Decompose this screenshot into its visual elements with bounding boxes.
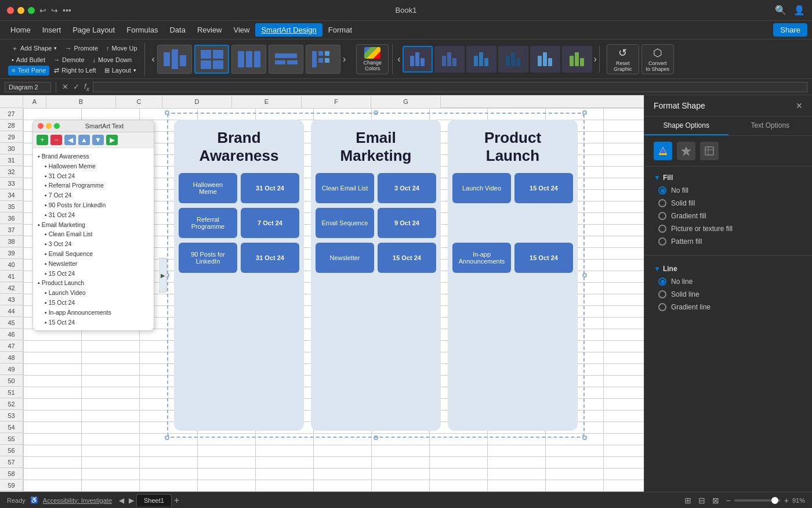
fill-option-gradient[interactable]: Gradient fill xyxy=(654,210,803,222)
zoom-level-text[interactable]: 91% xyxy=(792,497,805,504)
style-thumb-3[interactable] xyxy=(466,46,496,73)
search-icon[interactable]: 🔍 xyxy=(775,5,786,16)
menu-smartart-design[interactable]: SmartArt Design xyxy=(255,23,322,37)
row-39[interactable]: 39 xyxy=(0,247,23,259)
cell-31-oct-24-1[interactable]: 31 Oct 24 xyxy=(241,173,299,203)
row-32[interactable]: 32 xyxy=(0,166,23,178)
layout-button[interactable]: ⊞ Layout ▾ xyxy=(101,66,140,75)
undo-icon[interactable]: ↩ xyxy=(39,6,46,15)
row-28[interactable]: 28 xyxy=(0,120,23,131)
cell-email-sequence[interactable]: Email Sequence xyxy=(316,208,374,238)
format-panel-close-button[interactable]: ✕ xyxy=(796,101,803,110)
row-43[interactable]: 43 xyxy=(0,294,23,305)
style-thumb-4[interactable] xyxy=(498,46,528,73)
carousel-prev-button[interactable]: ‹ xyxy=(152,54,155,64)
row-29[interactable]: 29 xyxy=(0,131,23,143)
move-down-button[interactable]: ↓ Move Down xyxy=(89,55,136,64)
layout-thumb-1[interactable] xyxy=(157,45,192,74)
fill-option-no-fill[interactable]: No fill xyxy=(654,184,803,197)
sheet-tab-1[interactable]: Sheet1 xyxy=(136,494,172,506)
layout-thumb-3[interactable] xyxy=(231,45,266,74)
tab-shape-options[interactable]: Shape Options xyxy=(644,117,728,135)
text-panel-down-button[interactable]: ▼ xyxy=(92,135,104,145)
cell-90-posts[interactable]: 90 Posts forLinkedIn xyxy=(179,243,237,273)
maximize-button[interactable] xyxy=(28,7,35,14)
style-thumb-2[interactable] xyxy=(434,46,465,73)
row-36[interactable]: 36 xyxy=(0,212,23,224)
row-49[interactable]: 49 xyxy=(0,363,23,375)
text-panel-right-button[interactable]: ▶ xyxy=(106,135,118,145)
row-38[interactable]: 38 xyxy=(0,236,23,247)
collapse-handle[interactable]: ▶ xyxy=(159,258,167,293)
row-56[interactable]: 56 xyxy=(0,445,23,456)
add-shape-button[interactable]: ＋ Add Shape ▾ xyxy=(8,43,60,54)
prev-sheet-button[interactable]: ◀ xyxy=(117,496,126,505)
zoom-in-button[interactable]: + xyxy=(783,495,790,506)
redo-icon[interactable]: ↪ xyxy=(51,6,58,15)
zoom-slider[interactable] xyxy=(734,499,781,502)
row-37[interactable]: 37 xyxy=(0,224,23,236)
row-57[interactable]: 57 xyxy=(0,456,23,468)
cell-3-oct-24[interactable]: 3 Oct 24 xyxy=(378,173,436,203)
col-header-G[interactable]: G xyxy=(371,95,441,108)
cell-clean-email-list[interactable]: Clean Email List xyxy=(316,173,374,203)
cell-newsletter[interactable]: Newsletter xyxy=(316,243,374,273)
row-35[interactable]: 35 xyxy=(0,201,23,212)
layout-thumb-5[interactable] xyxy=(306,45,340,74)
row-33[interactable]: 33 xyxy=(0,178,23,189)
tab-text-options[interactable]: Text Options xyxy=(728,117,813,135)
row-53[interactable]: 53 xyxy=(0,410,23,421)
cell-referral-programme[interactable]: ReferralProgramme xyxy=(179,208,237,238)
fill-section-header[interactable]: ▼ Fill xyxy=(654,171,803,184)
row-45[interactable]: 45 xyxy=(0,317,23,329)
fill-option-picture[interactable]: Picture or texture fill xyxy=(654,222,803,235)
page-layout-view-button[interactable]: ⊟ xyxy=(697,495,706,506)
row-27[interactable]: 27 xyxy=(0,108,23,120)
row-60[interactable]: 60 xyxy=(0,491,23,492)
convert-shapes-button[interactable]: ⬡ Convertto Shapes xyxy=(641,44,674,74)
style-thumb-5[interactable] xyxy=(530,46,560,73)
style-next-button[interactable]: › xyxy=(594,54,597,64)
row-30[interactable]: 30 xyxy=(0,143,23,154)
fill-line-icon-button[interactable] xyxy=(654,142,672,160)
style-prev-button[interactable]: ‹ xyxy=(397,54,400,64)
col-header-B[interactable]: B xyxy=(46,95,116,108)
col-header-D[interactable]: D xyxy=(162,95,232,108)
fill-option-pattern[interactable]: Pattern fill xyxy=(654,235,803,248)
close-button[interactable] xyxy=(7,7,14,14)
cells-area[interactable]: SmartArt Text + − ◀ ▲ ▼ ▶ ▪ Brand Awaren… xyxy=(23,108,644,492)
change-colors-button[interactable]: ChangeColors xyxy=(356,44,389,74)
menu-formulas[interactable]: Formulas xyxy=(121,23,164,37)
cell-7-oct-24[interactable]: 7 Oct 24 xyxy=(241,208,299,238)
row-54[interactable]: 54 xyxy=(0,421,23,433)
promote-button[interactable]: → Promote xyxy=(61,43,102,54)
row-42[interactable]: 42 xyxy=(0,282,23,294)
text-pane-button[interactable]: ≡ Text Pane xyxy=(8,66,49,75)
col-header-C[interactable]: C xyxy=(116,95,162,108)
reset-graphic-button[interactable]: ↺ ResetGraphic xyxy=(607,44,639,74)
row-47[interactable]: 47 xyxy=(0,340,23,352)
menu-data[interactable]: Data xyxy=(164,23,191,37)
cell-15-oct-24-inapp[interactable]: 15 Oct 24 xyxy=(514,243,573,273)
cell-halloween-meme[interactable]: HalloweenMeme xyxy=(179,173,237,203)
text-panel-left-button[interactable]: ◀ xyxy=(64,135,76,145)
row-40[interactable]: 40 xyxy=(0,259,23,271)
text-panel-expand[interactable] xyxy=(54,123,60,129)
share-account-icon[interactable]: 👤 xyxy=(793,5,805,16)
text-panel-close[interactable] xyxy=(38,123,44,129)
text-panel-add-button[interactable]: + xyxy=(37,135,48,145)
next-sheet-button[interactable]: ▶ xyxy=(126,496,136,505)
shape-effects-icon-button[interactable] xyxy=(677,142,695,160)
layout-thumb-2[interactable] xyxy=(194,45,229,74)
carousel-next-button[interactable]: › xyxy=(343,54,346,64)
row-50[interactable]: 50 xyxy=(0,375,23,387)
share-button[interactable]: Share xyxy=(773,23,807,37)
move-up-button[interactable]: ↑ Move Up xyxy=(103,43,141,54)
demote-button[interactable]: → Demote xyxy=(50,55,88,64)
row-52[interactable]: 52 xyxy=(0,398,23,410)
row-31[interactable]: 31 xyxy=(0,154,23,166)
formula-cancel-button[interactable]: ✕ xyxy=(61,82,70,92)
line-option-no-line[interactable]: No line xyxy=(654,275,803,288)
text-panel-minimize[interactable] xyxy=(46,123,52,129)
menu-view[interactable]: View xyxy=(228,23,256,37)
